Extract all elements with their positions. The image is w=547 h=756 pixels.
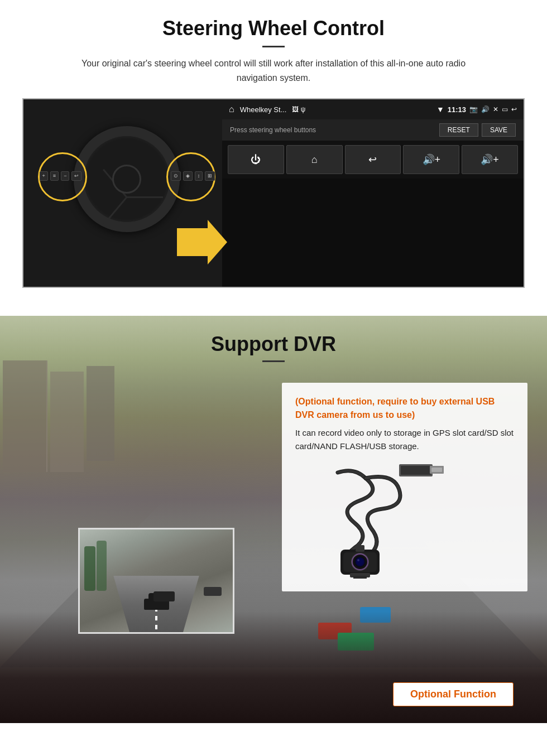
steering-wheel-graphic [74, 126, 180, 232]
dvr-title: Support DVR [0, 333, 547, 356]
vol-up-icon: 🔊+ [423, 153, 441, 166]
dvr-section: Support DVR (Optional function, require … [0, 316, 547, 723]
vol-up-btn[interactable]: 🔊+ [403, 145, 459, 174]
thumbnail-car-2 [153, 591, 175, 601]
dvr-title-container: Support DVR [0, 316, 547, 368]
steering-composite-image: + ≡ − ↩ ⊙ ◈ ↕ ⊞ ⌂ Wheelkey St... 🖼 ψ [22, 98, 525, 288]
btn-icon-3: − [61, 171, 69, 181]
btn-icon-2: ≡ [50, 171, 59, 181]
home-btn[interactable]: ⌂ [286, 145, 343, 174]
statusbar-extra-icons: 🖼 ψ [292, 105, 305, 113]
btn-icon-7: ↕ [195, 171, 203, 181]
left-buttons-overlay: + ≡ − ↩ [37, 152, 84, 200]
spoke-3 [127, 196, 163, 198]
right-buttons-overlay: ⊙ ◈ ↕ ⊞ [169, 152, 217, 200]
thumbnail-tree-1 [84, 546, 95, 591]
building-3 [87, 366, 114, 461]
statusbar-screen-icon: ▭ [502, 105, 508, 113]
dvr-camera-illustration [295, 459, 514, 581]
btn-icon-6: ◈ [183, 171, 193, 181]
thumbnail-car-3 [204, 587, 222, 596]
power-btn[interactable]: ⏻ [228, 145, 284, 174]
back-icon: ↩ [368, 153, 377, 166]
btn-icon-5: ⊙ [171, 171, 181, 181]
android-instruction-bar: Press steering wheel buttons RESET SAVE [222, 119, 524, 141]
android-statusbar: ⌂ Wheelkey St... 🖼 ψ ▼ 11:13 📷 🔊 ✕ ▭ ↩ [222, 99, 524, 119]
svg-rect-15 [431, 468, 442, 472]
thumbnail-tree-2 [97, 541, 107, 591]
btn-icon-8: ⊞ [205, 171, 215, 181]
dvr-camera-svg [310, 461, 500, 579]
dvr-info-panel: (Optional function, require to buy exter… [282, 383, 527, 591]
steering-title: Steering Wheel Control [22, 17, 525, 40]
instruction-text: Press steering wheel buttons [230, 126, 316, 134]
spoke-2 [103, 197, 127, 226]
svg-marker-0 [177, 220, 227, 264]
vol-up2-icon: 🔊+ [481, 153, 499, 166]
yellow-arrow [177, 220, 227, 267]
statusbar-camera-icon: 📷 [469, 105, 478, 113]
title-divider [262, 46, 285, 47]
action-buttons-group: RESET SAVE [439, 123, 516, 137]
steering-wheel-ring [74, 126, 180, 232]
statusbar-home-icon: ⌂ [229, 104, 234, 114]
steering-description: Your original car's steering wheel contr… [78, 56, 469, 85]
android-screen-panel: ⌂ Wheelkey St... 🖼 ψ ▼ 11:13 📷 🔊 ✕ ▭ ↩ P… [222, 99, 524, 288]
save-button[interactable]: SAVE [482, 123, 516, 137]
optional-function-badge[interactable]: Optional Function [393, 682, 514, 706]
steering-hub [112, 165, 141, 194]
home-icon: ⌂ [311, 154, 318, 166]
dvr-thumbnail-inset [78, 528, 234, 634]
building-2 [50, 372, 84, 472]
building-1 [3, 360, 47, 472]
btn-icon-1: + [40, 171, 48, 181]
svg-rect-12 [356, 545, 364, 552]
statusbar-right: ▼ 11:13 📷 🔊 ✕ ▭ ↩ [436, 105, 517, 114]
statusbar-x-icon: ✕ [493, 105, 498, 113]
vol-up2-btn[interactable]: 🔊+ [462, 145, 518, 174]
dvr-title-divider [262, 360, 285, 362]
power-icon: ⏻ [251, 154, 261, 166]
statusbar-vol-icon: 🔊 [481, 105, 490, 113]
steering-section: Steering Wheel Control Your original car… [0, 0, 547, 299]
statusbar-app-name: Wheelkey St... [240, 105, 287, 114]
wifi-icon: ▼ [436, 105, 444, 114]
statusbar-left: ⌂ Wheelkey St... 🖼 ψ [229, 104, 305, 114]
function-buttons-row: ⏻ ⌂ ↩ 🔊+ 🔊+ [222, 141, 524, 179]
dvr-description: It can record video only to storage in G… [295, 426, 514, 453]
svg-rect-2 [401, 466, 431, 475]
steering-wheel-panel: + ≡ − ↩ ⊙ ◈ ↕ ⊞ [23, 99, 230, 288]
reset-button[interactable]: RESET [439, 123, 478, 137]
statusbar-time: 11:13 [448, 105, 466, 114]
statusbar-back-icon: ↩ [511, 105, 517, 113]
back-btn[interactable]: ↩ [345, 145, 401, 174]
svg-rect-10 [353, 576, 367, 579]
btn-icon-4: ↩ [71, 171, 81, 181]
svg-point-13 [356, 557, 364, 566]
dvr-optional-note: (Optional function, require to buy exter… [295, 395, 514, 422]
